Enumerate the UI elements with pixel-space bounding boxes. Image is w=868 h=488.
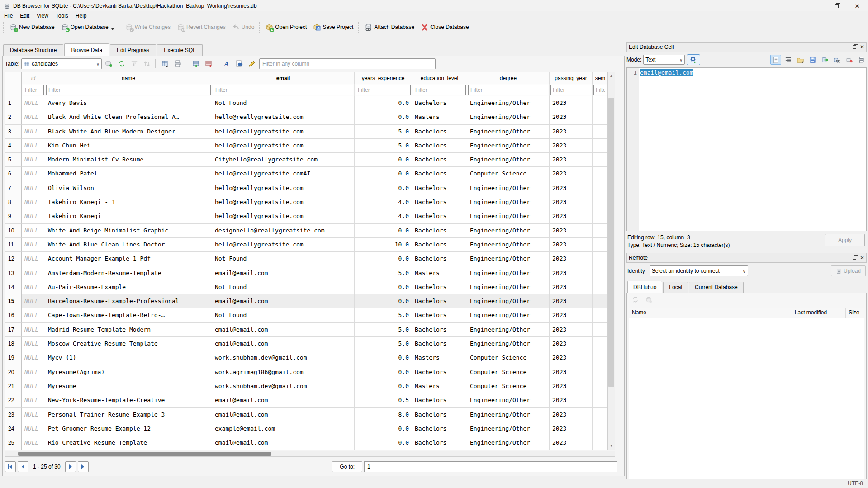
editor-content[interactable]: email@email.com bbox=[639, 68, 694, 231]
cell-name[interactable]: Modern Minimalist Cv Resume bbox=[45, 153, 212, 167]
cell-name[interactable]: Barcelona-Resume-Example-Professional bbox=[45, 294, 212, 308]
row-number[interactable]: 19 bbox=[5, 351, 22, 365]
cell-id[interactable]: NULL bbox=[22, 351, 45, 365]
cell-years-experience[interactable]: 4.0 bbox=[355, 209, 412, 223]
cell-education-level[interactable]: Bachelors bbox=[412, 96, 467, 110]
table-row[interactable]: 13 NULL Amsterdam-Modern-Resume-Template… bbox=[5, 266, 608, 280]
cell-sem[interactable] bbox=[593, 209, 608, 223]
cell-sem[interactable] bbox=[593, 294, 608, 308]
cell-degree[interactable]: Engineering/Other bbox=[467, 337, 550, 351]
cell-passing-year[interactable]: 2023 bbox=[550, 266, 593, 280]
cell-email[interactable]: hello@reallygreatsite.com bbox=[212, 238, 355, 252]
apply-button[interactable]: Apply bbox=[825, 234, 865, 246]
cell-education-level[interactable]: Bachelors bbox=[412, 308, 467, 322]
cell-years-experience[interactable]: 0.0 bbox=[355, 96, 412, 110]
table-row[interactable]: 11 NULL White And Blue Clean Lines Docto… bbox=[5, 238, 608, 252]
cell-name[interactable]: White And Blue Clean Lines Doctor … bbox=[45, 238, 212, 252]
cell-years-experience[interactable]: 0.0 bbox=[355, 224, 412, 238]
row-number[interactable]: 10 bbox=[5, 224, 22, 238]
cell-email[interactable]: hello@reallygreatsite.com bbox=[212, 181, 355, 195]
table-row[interactable]: 19 NULL Mycv (1) work.shubham.dev@gmail.… bbox=[5, 351, 608, 365]
cell-editor[interactable]: 1 email@email.com bbox=[626, 67, 867, 231]
text-view-button[interactable] bbox=[770, 55, 781, 65]
cell-sem[interactable] bbox=[593, 308, 608, 322]
table-select[interactable]: candidates ∨ bbox=[21, 58, 102, 69]
cell-id[interactable]: NULL bbox=[22, 224, 45, 238]
cell-degree[interactable]: Engineering/Other bbox=[467, 110, 550, 124]
table-row[interactable]: 22 NULL New-York-Resume-Template-Creativ… bbox=[5, 393, 608, 407]
import-cell-button[interactable] bbox=[795, 55, 806, 65]
table-row[interactable]: 25 NULL Rio-Creative-Resume-Template ema… bbox=[5, 436, 608, 450]
cell-education-level[interactable]: Bachelors bbox=[412, 195, 467, 209]
cell-sem[interactable] bbox=[593, 110, 608, 124]
table-row[interactable]: 2 NULL Black And White Clean Professiona… bbox=[5, 110, 608, 124]
cell-years-experience[interactable]: 0.0 bbox=[355, 110, 412, 124]
upload-button[interactable]: Upload bbox=[831, 265, 866, 276]
cell-years-experience[interactable]: 5.0 bbox=[355, 308, 412, 322]
cell-sem[interactable] bbox=[593, 96, 608, 110]
cell-id[interactable]: NULL bbox=[22, 337, 45, 351]
cell-name[interactable]: Mycv (1) bbox=[45, 351, 212, 365]
cell-id[interactable]: NULL bbox=[22, 266, 45, 280]
identity-select[interactable]: Select an identity to connect ∨ bbox=[650, 265, 748, 276]
cell-id[interactable]: NULL bbox=[22, 422, 45, 436]
cell-sem[interactable] bbox=[593, 195, 608, 209]
cell-id[interactable]: NULL bbox=[22, 110, 45, 124]
table-row[interactable]: 14 NULL Au-Pair-Resume-Example Not Found… bbox=[5, 280, 608, 294]
cell-years-experience[interactable]: 5.0 bbox=[355, 125, 412, 139]
cell-name[interactable]: Cape-Town-Resume-Template-Retro-… bbox=[45, 308, 212, 322]
column-header-email[interactable]: email bbox=[212, 72, 355, 84]
cell-degree[interactable]: Engineering/Other bbox=[467, 393, 550, 407]
cell-passing-year[interactable]: 2023 bbox=[550, 436, 593, 450]
cell-sem[interactable] bbox=[593, 408, 608, 422]
cell-sem[interactable] bbox=[593, 224, 608, 238]
write-changes-button[interactable]: ✓ Write Changes bbox=[122, 22, 174, 33]
row-number[interactable]: 16 bbox=[5, 308, 22, 322]
cell-email[interactable]: hello@reallygreatsite.com bbox=[212, 195, 355, 209]
filter-input-degree[interactable] bbox=[468, 85, 548, 95]
column-header-sem[interactable]: sem bbox=[593, 72, 608, 84]
cell-degree[interactable]: Engineering/Other bbox=[467, 195, 550, 209]
cell-passing-year[interactable]: 2023 bbox=[550, 365, 593, 379]
row-number[interactable]: 4 bbox=[5, 139, 22, 153]
cell-education-level[interactable]: Bachelors bbox=[412, 337, 467, 351]
cell-years-experience[interactable]: 0.0 bbox=[355, 422, 412, 436]
row-number[interactable]: 23 bbox=[5, 408, 22, 422]
cell-email[interactable]: work.agrimag186@gmail.com bbox=[212, 365, 355, 379]
cell-sem[interactable] bbox=[593, 393, 608, 407]
rtl-view-button[interactable] bbox=[783, 55, 793, 65]
cell-passing-year[interactable]: 2023 bbox=[550, 181, 593, 195]
cell-name[interactable]: Black White And Blue Modern Designer… bbox=[45, 125, 212, 139]
cell-education-level[interactable]: Masters bbox=[412, 266, 467, 280]
row-number[interactable]: 7 bbox=[5, 181, 22, 195]
filter-input-passing-year[interactable] bbox=[550, 85, 591, 95]
float-panel-icon[interactable] bbox=[853, 256, 856, 260]
cell-education-level[interactable]: Masters bbox=[412, 110, 467, 124]
cell-sem[interactable] bbox=[593, 266, 608, 280]
link-cell-button[interactable] bbox=[831, 55, 842, 65]
next-page-button[interactable] bbox=[65, 461, 76, 472]
column-header-id[interactable]: id bbox=[22, 72, 45, 84]
cell-passing-year[interactable]: 2023 bbox=[550, 125, 593, 139]
cell-sem[interactable] bbox=[593, 252, 608, 266]
cell-passing-year[interactable]: 2023 bbox=[550, 195, 593, 209]
filter-input-name[interactable] bbox=[46, 85, 211, 95]
cell-name[interactable]: Avery Davis bbox=[45, 96, 212, 110]
cell-email[interactable]: hello@reallygreatsite.comAI bbox=[212, 167, 355, 181]
table-row[interactable]: 20 NULL Myresume(Agrima) work.agrimag186… bbox=[5, 365, 608, 379]
cell-education-level[interactable]: Bachelors bbox=[412, 139, 467, 153]
open-project-button[interactable]: ▸ Open Project bbox=[262, 22, 310, 33]
cell-id[interactable]: NULL bbox=[22, 436, 45, 450]
cell-education-level[interactable]: Bachelors bbox=[412, 153, 467, 167]
sort-button[interactable] bbox=[142, 58, 152, 69]
cell-id[interactable]: NULL bbox=[22, 153, 45, 167]
cell-sem[interactable] bbox=[593, 365, 608, 379]
tab-dbhub[interactable]: DBHub.io bbox=[627, 281, 662, 293]
cell-sem[interactable] bbox=[593, 337, 608, 351]
cell-degree[interactable]: Engineering/Other bbox=[467, 96, 550, 110]
cell-passing-year[interactable]: 2023 bbox=[550, 280, 593, 294]
cell-degree[interactable]: Engineering/Other bbox=[467, 139, 550, 153]
cell-email[interactable]: hello@reallygreatsite.com bbox=[212, 139, 355, 153]
cell-name[interactable]: Takehiro Kanegi - 1 bbox=[45, 195, 212, 209]
table-row[interactable]: 5 NULL Modern Minimalist Cv Resume Cityh… bbox=[5, 153, 608, 167]
